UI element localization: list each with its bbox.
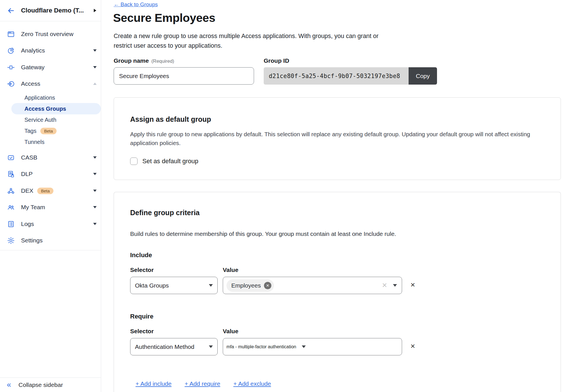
criteria-card-description: Build rules to determine membership of t… bbox=[130, 230, 544, 237]
sidebar-item-label: Gateway bbox=[21, 64, 45, 71]
chevron-down-icon bbox=[93, 206, 97, 208]
chevron-down-icon bbox=[93, 156, 97, 159]
include-rule-row: Okta Groups Employees ✕ ✕ ✕ bbox=[130, 277, 544, 294]
require-value-dropdown[interactable]: mfa - multiple-factor authentication bbox=[223, 338, 402, 355]
sidebar-item-dlp[interactable]: DLP bbox=[0, 168, 101, 180]
collapse-sidebar-button[interactable]: « Collapse sidebar bbox=[0, 378, 101, 392]
chevron-down-icon bbox=[93, 49, 97, 52]
include-labels-row: Selector Value bbox=[130, 267, 544, 273]
sidebar-item-zero-trust-overview[interactable]: Zero Trust overview bbox=[0, 28, 101, 40]
chevron-down-icon bbox=[93, 190, 97, 192]
sidebar-item-label: DEX bbox=[21, 187, 33, 194]
chevron-down-icon bbox=[93, 66, 97, 68]
group-id-label-row: Group ID bbox=[264, 57, 289, 64]
group-id-label: Group ID bbox=[264, 57, 289, 64]
team-icon bbox=[7, 203, 15, 211]
sidebar-item-analytics[interactable]: Analytics bbox=[0, 45, 101, 56]
back-to-groups-link[interactable]: ← Back to Groups bbox=[114, 1, 158, 8]
require-labels-row: Selector Value bbox=[130, 328, 544, 335]
sidebar-subitem-label: Access Groups bbox=[24, 106, 66, 112]
value-chip-label: Employees bbox=[231, 282, 261, 289]
require-selector-value: Authentication Method bbox=[135, 343, 194, 350]
include-selector-label: Selector bbox=[130, 267, 223, 273]
sidebar-item-access-groups[interactable]: Access Groups bbox=[11, 103, 101, 114]
sidebar-item-logs[interactable]: Logs bbox=[0, 218, 101, 230]
require-value-text: mfa - multiple-factor authentication bbox=[226, 344, 296, 349]
remove-include-rule-button[interactable]: ✕ bbox=[410, 282, 415, 288]
sidebar-item-dex[interactable]: DEX Beta bbox=[0, 185, 101, 196]
sidebar-item-my-team[interactable]: My Team bbox=[0, 202, 101, 213]
access-icon bbox=[7, 80, 15, 88]
sidebar-item-label: My Team bbox=[21, 204, 45, 211]
app-root: Cloudflare Demo (T... Zero Trust overvie… bbox=[0, 0, 568, 392]
add-exclude-link[interactable]: + Add exclude bbox=[233, 380, 271, 387]
caret-right-icon[interactable] bbox=[94, 9, 96, 12]
require-value-label: Value bbox=[223, 328, 238, 335]
chevron-down-icon bbox=[393, 284, 397, 287]
chevron-up-icon bbox=[93, 83, 97, 85]
chevron-down-icon bbox=[302, 345, 306, 348]
casb-icon bbox=[7, 154, 15, 162]
sidebar-subitem-label: Service Auth bbox=[24, 117, 56, 123]
chevron-down-icon bbox=[93, 173, 97, 175]
beta-badge: Beta bbox=[37, 188, 53, 194]
add-require-link[interactable]: + Add require bbox=[185, 380, 220, 387]
group-name-label: Group name bbox=[114, 57, 149, 64]
dlp-icon bbox=[7, 170, 15, 178]
dex-icon bbox=[7, 187, 15, 195]
group-id-value: d21ce80f-5a25-4bcf-9b07-5032197e3be8 bbox=[264, 67, 409, 85]
require-selector-label: Selector bbox=[130, 328, 223, 335]
sidebar-item-access[interactable]: Access bbox=[0, 78, 101, 89]
require-selector-dropdown[interactable]: Authentication Method bbox=[130, 338, 218, 355]
add-include-link[interactable]: + Add include bbox=[136, 380, 172, 387]
sidebar-item-tags[interactable]: Tags Beta bbox=[11, 125, 101, 137]
collapse-sidebar-label: Collapse sidebar bbox=[18, 381, 63, 388]
sidebar-subitem-label: Applications bbox=[24, 95, 55, 101]
group-name-label-row: Group name (Required) bbox=[114, 57, 174, 64]
remove-require-rule-button[interactable]: ✕ bbox=[410, 343, 415, 349]
criteria-card-title: Define group criteria bbox=[130, 209, 544, 217]
back-arrow-icon[interactable] bbox=[7, 7, 15, 14]
include-selector-dropdown[interactable]: Okta Groups bbox=[130, 277, 218, 294]
window-icon bbox=[7, 30, 15, 38]
sidebar-subitem-label: Tags bbox=[24, 128, 36, 134]
include-value-label: Value bbox=[223, 267, 238, 273]
clear-values-icon[interactable]: ✕ bbox=[382, 282, 387, 289]
sidebar-item-service-auth[interactable]: Service Auth bbox=[11, 114, 101, 125]
sidebar-item-settings[interactable]: Settings bbox=[0, 235, 101, 246]
sidebar-subitem-label: Tunnels bbox=[24, 139, 44, 145]
sidebar-divider bbox=[0, 250, 101, 250]
set-default-group-checkbox-row[interactable]: Set as default group bbox=[130, 158, 198, 165]
require-heading: Require bbox=[130, 313, 544, 320]
double-chevron-left-icon: « bbox=[7, 381, 11, 389]
sidebar-header: Cloudflare Demo (T... bbox=[0, 0, 101, 21]
account-title: Cloudflare Demo (T... bbox=[21, 7, 84, 14]
default-group-card: Assign as default group Apply this rule … bbox=[114, 97, 561, 180]
sidebar: Cloudflare Demo (T... Zero Trust overvie… bbox=[0, 0, 101, 392]
include-value-multiselect[interactable]: Employees ✕ ✕ bbox=[223, 277, 402, 294]
sidebar-item-label: Settings bbox=[21, 237, 43, 244]
include-heading: Include bbox=[130, 251, 544, 259]
group-name-input[interactable] bbox=[114, 67, 254, 85]
sidebar-item-casb[interactable]: CASB bbox=[0, 152, 101, 163]
sidebar-item-tunnels[interactable]: Tunnels bbox=[11, 136, 101, 148]
sidebar-item-gateway[interactable]: Gateway bbox=[0, 62, 101, 73]
sidebar-item-applications[interactable]: Applications bbox=[11, 92, 101, 103]
sidebar-item-label: Access bbox=[21, 80, 40, 87]
require-rule-row: Authentication Method mfa - multiple-fac… bbox=[130, 338, 544, 355]
set-default-group-checkbox[interactable] bbox=[130, 158, 138, 165]
sidebar-item-label: Logs bbox=[21, 221, 34, 227]
beta-badge: Beta bbox=[40, 128, 57, 134]
default-group-card-title: Assign as default group bbox=[130, 115, 544, 123]
set-default-group-label: Set as default group bbox=[142, 158, 198, 165]
gear-icon bbox=[7, 236, 15, 244]
gateway-icon bbox=[7, 63, 15, 71]
chevron-down-icon bbox=[209, 345, 213, 348]
sidebar-item-label: Analytics bbox=[21, 47, 45, 54]
sidebar-item-label: DLP bbox=[21, 171, 33, 177]
copy-button[interactable]: Copy bbox=[409, 67, 437, 85]
logs-icon bbox=[7, 220, 15, 228]
chip-remove-icon[interactable]: ✕ bbox=[264, 282, 271, 289]
include-selector-value: Okta Groups bbox=[135, 282, 169, 289]
criteria-card: Define group criteria Build rules to det… bbox=[114, 192, 561, 392]
